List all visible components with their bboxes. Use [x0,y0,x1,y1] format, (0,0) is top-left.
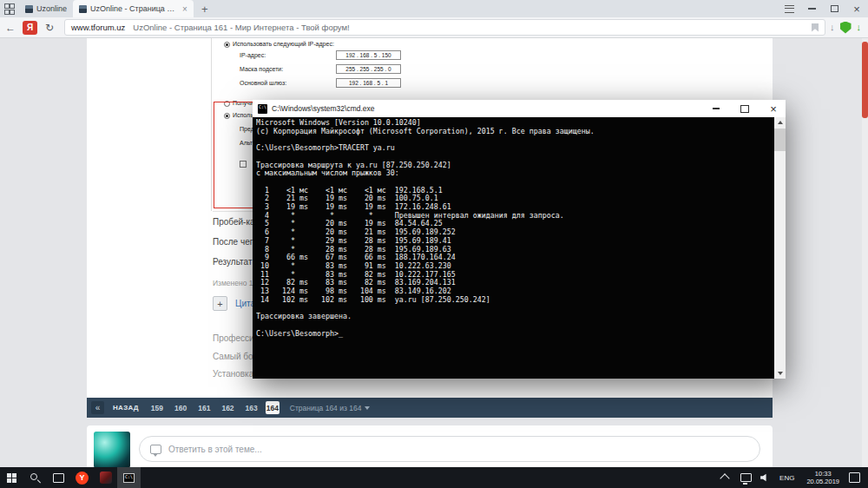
radio-use-ip-label: Использовать следующий IP-адрес: [233,41,334,47]
browser-menu-icon[interactable] [778,0,800,17]
time: 10:33 [815,470,832,478]
language-indicator[interactable]: ENG [779,474,794,482]
browser-scrollbar-thumb[interactable] [862,42,868,118]
cmd-window-title: C:\Windows\system32\cmd.exe [272,104,700,113]
downloads-icon[interactable]: ↓ [830,23,835,32]
task-view-button[interactable] [47,467,70,488]
yandex-browser-icon: Y [76,472,89,485]
cmd-window: C:\ C:\Windows\system32\cmd.exe × Micros… [253,100,786,379]
download-complete-icon[interactable]: ↓ [857,23,862,32]
reply-input[interactable]: Ответить в этой теме... [139,436,760,462]
taskbar-cmd-button[interactable]: C:\ [117,467,141,488]
site-favicon-icon [79,5,87,13]
ip-field: 192 . 168 . 5 . 150 [336,50,401,60]
browser-toolbar: ← Я ↻ www.tforum.uz UzOnline - Страница … [0,17,868,38]
volume-icon[interactable] [760,473,769,482]
yandex-button[interactable]: Я [23,21,37,35]
cmd-maximize-icon[interactable] [733,100,757,117]
network-icon[interactable] [740,473,752,482]
tab-label: Uzonline [36,4,67,13]
browser-tab-bar: Uzonline UzOnline - Страница 1... × + × [0,0,868,17]
site-favicon-icon [25,5,33,13]
first-page-button[interactable]: « [91,401,104,414]
page-select[interactable]: Страница 164 из 164 [290,404,371,412]
toolbar-right-icons: ↓ ↓ [830,22,861,34]
page-button-161[interactable]: 161 [194,404,214,412]
reply-placeholder: Ответить в этой теме... [168,445,262,454]
page-select-label: Страница 164 из 164 [290,404,362,412]
page-button-160[interactable]: 160 [171,404,190,412]
post-border-line [211,37,212,211]
hidden-icons-chevron-icon[interactable] [720,473,729,483]
minimize-icon[interactable] [800,0,823,17]
windows-logo-icon [7,473,16,483]
reply-bubble-icon [150,445,161,454]
taskbar-search-button[interactable] [23,467,47,488]
edited-note: Изменено 19 [213,279,257,287]
protect-shield-icon[interactable] [840,22,852,34]
action-center-icon[interactable] [849,472,860,483]
pinned-app-icon [100,472,112,484]
page-button-163[interactable]: 163 [242,404,261,412]
scroll-up-icon[interactable] [774,117,786,128]
tab-close-icon[interactable]: × [182,4,187,14]
page-button-162[interactable]: 162 [218,404,237,412]
restore-icon[interactable] [823,0,845,17]
cmd-close-icon[interactable]: × [761,100,786,117]
pagination-bar: « НАЗАД 159 160 161 162 163 164 Страница… [87,398,773,418]
mask-label: Маска подсети: [240,66,283,72]
close-icon[interactable]: × [845,0,868,17]
start-button[interactable] [0,467,23,488]
page-title: UzOnline - Страница 161 - Мир Интернета … [133,23,804,32]
tab-label: UzOnline - Страница 1... [90,4,177,13]
bookmark-flag-icon[interactable] [812,23,819,32]
console-output: Microsoft Windows [Version 10.0.10240] (… [256,119,773,379]
taskbar-yandex-button[interactable]: Y [70,467,94,488]
clock[interactable]: 10:33 20.05.2019 [806,470,839,485]
radio-use-ip [224,42,230,48]
gateway-field: 192 . 168 . 5 . 1 [336,78,401,88]
back-icon[interactable]: ← [0,22,21,34]
task-view-icon [53,473,64,483]
cmd-minimize-icon[interactable] [704,100,728,117]
taskbar-pinned-app-button[interactable] [94,467,117,488]
gateway-label: Основной шлюз: [240,80,286,86]
tab-uzonline-page161[interactable]: UzOnline - Страница 1... × [73,0,194,17]
new-tab-button[interactable]: + [194,3,216,16]
taskbar: Y C:\ ENG 10:33 20.05.2019 [0,467,868,488]
mask-field: 255 . 255 . 255 . 0 [336,64,401,74]
back-button[interactable]: НАЗАД [113,404,139,412]
refresh-icon[interactable]: ↻ [39,22,60,34]
cmd-title-bar[interactable]: C:\ C:\Windows\system32\cmd.exe × [253,100,786,117]
console-scrollbar-thumb[interactable] [774,129,786,151]
chevron-down-icon [365,406,370,410]
tab-uzonline[interactable]: Uzonline [19,0,73,17]
ip-label: IP-адрес: [240,52,266,58]
address-bar[interactable]: www.tforum.uz UzOnline - Страница 161 - … [64,19,825,36]
reply-card: Ответить в этой теме... [87,425,773,467]
current-page-button[interactable]: 164 [266,401,279,414]
url-host: www.tforum.uz [71,23,125,32]
multiquote-button[interactable]: + [213,296,227,311]
cmd-icon: C:\ [123,473,135,483]
tab-list-icon[interactable] [4,3,15,14]
scroll-down-icon[interactable] [774,368,786,379]
avatar[interactable] [94,432,130,467]
desktop: Uzonline UzOnline - Страница 1... × + × … [0,0,868,488]
search-icon [30,473,40,483]
cmd-app-icon: C:\ [258,104,267,114]
page-button-159[interactable]: 159 [148,404,167,412]
system-tray: ENG 10:33 20.05.2019 [718,467,868,488]
date: 20.05.2019 [806,478,839,485]
cmd-console[interactable]: Microsoft Windows [Version 10.0.10240] (… [253,117,786,379]
browser-scrollbar[interactable] [862,37,868,467]
console-scrollbar[interactable] [774,117,786,379]
